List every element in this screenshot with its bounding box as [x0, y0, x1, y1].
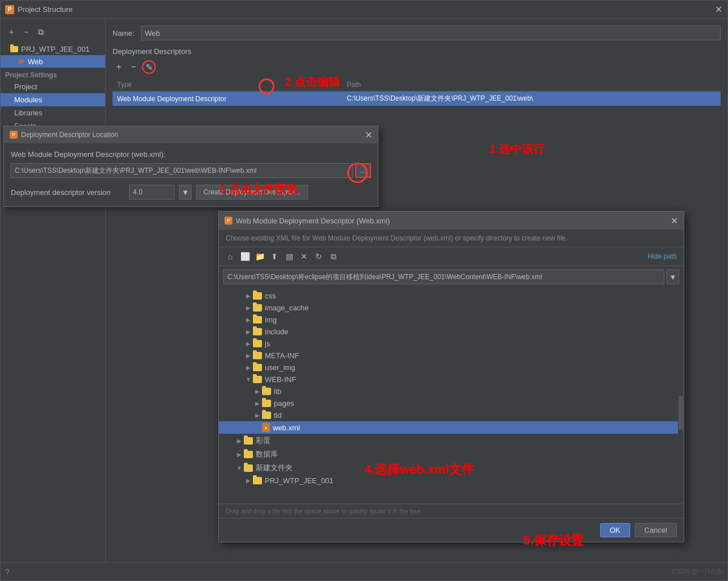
dd-edit-button[interactable]: ✎ [142, 60, 156, 74]
folder-label: PRJ_WTP_JEE_001 [265, 476, 334, 485]
tree-item-database[interactable]: ▶ 数据库 [219, 447, 684, 461]
folder-label: user_img [265, 363, 295, 372]
add-button[interactable]: + [5, 26, 18, 38]
xml-file-icon [262, 423, 270, 432]
window-close-icon[interactable]: ✕ [714, 5, 723, 14]
dd-toolbar: + − ✎ [113, 60, 721, 74]
folder-label: 彩蛋 [256, 435, 271, 446]
expand-arrow: ▶ [253, 412, 262, 418]
tree-item-image-cache[interactable]: ▶ image_cache [219, 302, 684, 314]
folder-icon [253, 292, 262, 300]
copy-button[interactable]: ⧉ [35, 26, 47, 38]
file-path-input[interactable] [223, 269, 664, 284]
tree-item-caidan[interactable]: ▶ 彩蛋 [219, 434, 684, 447]
ok-button[interactable]: OK [600, 523, 630, 537]
ddl-path-input[interactable] [11, 163, 353, 178]
file-dialog-close-button[interactable]: ✕ [671, 215, 678, 226]
ddl-close-button[interactable]: ✕ [365, 130, 372, 140]
app-icon: P [5, 5, 14, 14]
version-dropdown-button[interactable]: ▼ [179, 185, 192, 200]
table-row[interactable]: Web Module Deployment Descriptor C:\User… [113, 92, 721, 106]
folder-label: 新建文件夹 [256, 463, 293, 473]
folder-icon [253, 477, 262, 484]
remove-button[interactable]: − [20, 26, 32, 38]
version-label: Deployment descriptor version [11, 188, 124, 197]
dd-add-button[interactable]: + [113, 61, 125, 73]
sidebar-toolbar: + − ⧉ [1, 23, 105, 40]
tree-item-prj[interactable]: ▶ PRJ_WTP_JEE_001 [219, 475, 684, 487]
hide-path-button[interactable]: Hide path [646, 252, 679, 260]
sidebar: + − ⧉ PRJ_WTP_JEE_001 W Web Project Sett… [1, 19, 106, 580]
folder-icon [262, 412, 271, 419]
scrollbar-thumb[interactable] [679, 396, 683, 430]
folder-label: css [265, 292, 276, 300]
type-column-header: Type [113, 78, 342, 92]
help-icon[interactable]: ? [5, 567, 10, 576]
tree-item-web-xml[interactable]: ▶ web.xml [219, 421, 684, 434]
tree-item-new-folder[interactable]: ▼ 新建文件夹 [219, 461, 684, 475]
collapse-button[interactable]: ▤ [282, 250, 296, 263]
window-title: Project Structure [18, 5, 714, 14]
file-spacer: ▶ [253, 425, 262, 431]
file-dialog-buttons: OK Cancel [219, 518, 684, 542]
main-window: P Project Structure ✕ + − ⧉ PRJ_WTP_JEE_… [0, 0, 728, 581]
file-dialog-footer: Drag and drop a file into the space abov… [219, 504, 684, 518]
cancel-button[interactable]: Cancel [635, 523, 677, 537]
web-icon: W [16, 57, 26, 66]
scrollbar[interactable] [678, 288, 684, 504]
folder-label: WEB-INF [265, 375, 296, 384]
folder-icon [253, 316, 262, 323]
tree-item-user-img[interactable]: ▶ user_img [219, 362, 684, 374]
home-button[interactable]: ⌂ [223, 250, 237, 263]
folder-label: image_cache [265, 304, 309, 312]
bottom-bar: ? [1, 562, 727, 580]
file-dialog-description: Choose existing XML file for Web Module … [219, 230, 684, 247]
folder-label: lib [274, 387, 281, 396]
tree-item-web-inf[interactable]: ▼ WEB-INF [219, 374, 684, 385]
folder-label: include [265, 327, 288, 336]
refresh-button[interactable]: ↻ [312, 250, 326, 263]
section-header: Project Settings [1, 68, 105, 80]
ddl-path-row: ... [11, 163, 371, 178]
sidebar-item-libraries[interactable]: Libraries [1, 106, 105, 119]
expand-arrow: ▼ [235, 465, 244, 471]
dd-remove-button[interactable]: − [127, 61, 140, 73]
file-dialog-titlebar: P Web Module Deployment Descriptor (Web.… [219, 211, 684, 230]
delete-button[interactable]: ✕ [297, 250, 311, 263]
ddl-dialog-title: Deployment Descriptor Location [21, 131, 365, 139]
copy-path-button[interactable]: ⧉ [327, 250, 340, 263]
folder-icon [262, 400, 271, 407]
name-input[interactable] [141, 26, 721, 40]
folder-label: js [265, 339, 270, 348]
tree-project-item[interactable]: PRJ_WTP_JEE_001 [1, 43, 105, 55]
tree-item-js[interactable]: ▶ js [219, 338, 684, 350]
tree-item-css[interactable]: ▶ css [219, 290, 684, 302]
expand-arrow: ▶ [244, 364, 253, 371]
deployment-section-title: Deployment Descriptors [113, 47, 721, 56]
new-window-button[interactable]: ⬜ [238, 250, 252, 263]
expand-arrow: ▶ [244, 305, 253, 311]
file-dialog-title: Web Module Deployment Descriptor (Web.xm… [236, 217, 671, 225]
tree-item-lib[interactable]: ▶ lib [219, 385, 684, 397]
folder-icon [244, 464, 253, 472]
tree-item-include[interactable]: ▶ include [219, 326, 684, 338]
deployment-table: Type Path Web Module Deployment Descript… [113, 78, 721, 106]
browse-button[interactable]: ... [355, 163, 371, 178]
tree-item-meta-inf[interactable]: ▶ META-INF [219, 350, 684, 362]
tree-item-img[interactable]: ▶ img [219, 314, 684, 326]
path-dropdown-button[interactable]: ▼ [667, 269, 679, 284]
tree-web-item[interactable]: W Web [1, 55, 105, 68]
version-input[interactable] [129, 185, 174, 200]
expand-arrow: ▶ [253, 400, 262, 406]
folder-label: pages [274, 399, 294, 408]
sidebar-item-modules[interactable]: Modules [1, 93, 105, 106]
new-folder-button[interactable]: 📁 [253, 250, 267, 263]
file-toolbar: ⌂ ⬜ 📁 ⬆ ▤ ✕ ↻ ⧉ Hide path [219, 247, 684, 266]
file-tree: ▶ css ▶ image_cache ▶ img ▶ include [219, 288, 684, 504]
sidebar-item-project[interactable]: Project [1, 80, 105, 93]
expand-button[interactable]: ⬆ [268, 250, 281, 263]
create-descriptor-button[interactable]: Create Deployment Descriptor... [196, 185, 308, 200]
ddl-label: Web Module Deployment Descriptor (web.xm… [11, 150, 371, 159]
tree-item-pages[interactable]: ▶ pages [219, 397, 684, 409]
tree-item-tld[interactable]: ▶ tld [219, 409, 684, 421]
